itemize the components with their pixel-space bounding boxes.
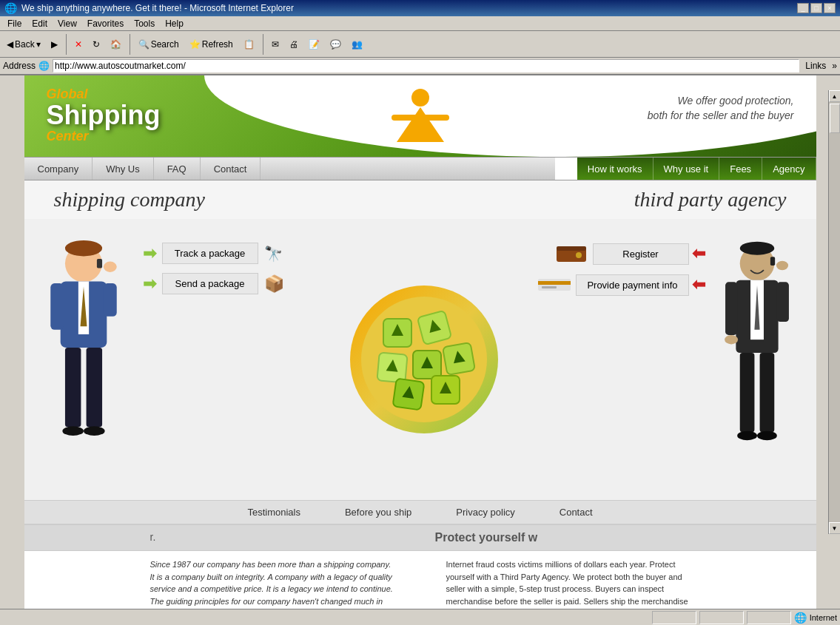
nav-how-it-works[interactable]: How it works [577, 158, 653, 180]
send-package-button[interactable]: Send a package [162, 273, 258, 294]
tagline-line2: both for the seller and the buyer [648, 109, 794, 124]
search-button[interactable]: 🔍 Search [135, 37, 183, 52]
history-button[interactable]: 📋 [240, 37, 258, 52]
address-bar: Address 🌐 http://www.autoscoutmarket.com… [0, 58, 840, 75]
svg-point-47 [576, 252, 582, 258]
zone-label: Internet [810, 613, 837, 622]
menu-bar: File Edit View Favorites Tools Help [0, 16, 840, 31]
menu-file[interactable]: File [3, 18, 26, 29]
svg-rect-49 [538, 281, 571, 285]
header-tagline: We offer good protection, both for the s… [648, 94, 794, 123]
msn-button[interactable]: 👥 [348, 37, 366, 52]
favorites-button[interactable]: ⭐ Refresh [186, 37, 237, 52]
payment-button[interactable]: Provide payment info [576, 274, 688, 296]
nav-agency[interactable]: Agency [762, 158, 816, 180]
messenger-icon: 💬 [330, 39, 341, 50]
register-btn-row: Register ⬅ [505, 243, 705, 265]
register-button[interactable]: Register [593, 243, 689, 265]
protect-text: Protect yourself w [420, 525, 816, 550]
svg-marker-1 [397, 107, 444, 142]
address-value: http://www.autoscoutmarket.com/ [55, 61, 186, 71]
testimonials-link[interactable]: Testimonials [247, 507, 300, 518]
track-arrow-icon: ➡ [143, 244, 156, 263]
nav-right: How it works Why use it Fees Agency [577, 158, 816, 180]
nav-why-use-it[interactable]: Why use it [653, 158, 720, 180]
ie-icon: 🌐 [794, 612, 807, 624]
scroll-down-button[interactable]: ▼ [829, 522, 841, 534]
back-dropdown-icon: ▾ [36, 39, 41, 50]
search-icon: 🔍 [138, 39, 149, 50]
track-package-btn-row: ➡ Track a package 🔭 [143, 243, 343, 264]
favorites-label: Refresh [202, 39, 233, 50]
links-button[interactable]: Links [802, 61, 829, 71]
scroll-thumb[interactable] [830, 104, 840, 133]
toolbar-divider-3 [263, 34, 263, 55]
site-logo: Global Shipping Center [47, 87, 161, 144]
msn-icon: 👥 [352, 39, 363, 50]
privacy-link[interactable]: Privacy policy [456, 507, 514, 518]
scroll-track [829, 102, 840, 522]
refresh-button[interactable]: ↻ [89, 37, 104, 52]
status-right: 🌐 Internet [652, 611, 837, 624]
back-icon: ◀ [7, 39, 13, 50]
title-bar: 🌐 We ship anything anywhere. Get it ther… [0, 0, 840, 16]
address-label: Address [3, 61, 36, 71]
nav-why-us[interactable]: Why Us [93, 158, 154, 180]
wallet-icon [553, 243, 590, 265]
back-button[interactable]: ◀ Back ▾ [3, 37, 44, 52]
maximize-button[interactable]: □ [810, 3, 822, 13]
payment-arrow-icon: ⬅ [692, 275, 705, 294]
star-icon: ⭐ [189, 39, 201, 50]
before-ship-link[interactable]: Before you ship [345, 507, 411, 518]
nav-fees[interactable]: Fees [719, 158, 762, 180]
track-package-button[interactable]: Track a package [162, 243, 258, 264]
links-chevron-icon: » [832, 61, 837, 71]
scrollbar[interactable]: ▲ ▼ [828, 90, 840, 534]
scroll-up-button[interactable]: ▲ [829, 90, 841, 102]
messenger-button[interactable]: 💬 [326, 37, 345, 52]
menu-favorites[interactable]: Favorites [83, 18, 128, 29]
nav-left: Company Why Us FAQ Contact [24, 158, 555, 180]
nav-company[interactable]: Company [24, 158, 93, 180]
contact-link[interactable]: Contact [560, 507, 593, 518]
history-icon: 📋 [243, 39, 255, 50]
back-label: Back [15, 39, 35, 50]
logo-center-row: Center [47, 129, 161, 144]
menu-edit[interactable]: Edit [27, 18, 52, 29]
register-arrow-icon: ⬅ [692, 244, 705, 263]
stop-button[interactable]: ✕ [71, 37, 86, 52]
nav-separator [555, 158, 577, 180]
address-icon: 🌐 [38, 61, 50, 71]
forward-icon: ▶ [51, 39, 58, 50]
edit-icon: 📝 [309, 39, 320, 50]
nav-faq[interactable]: FAQ [154, 158, 201, 180]
status-panel-3 [747, 611, 791, 624]
home-button[interactable]: 🏠 [107, 37, 125, 52]
edit-button[interactable]: 📝 [305, 37, 323, 52]
internet-zone: 🌐 Internet [794, 611, 837, 624]
site-header: Global Shipping Center We offer good pro… [24, 75, 816, 157]
banner-row: shipping company third party agency [24, 180, 816, 219]
logo-shipping-text: Shipping [47, 100, 161, 130]
mail-icon: ✉ [272, 39, 279, 50]
address-input[interactable]: http://www.autoscoutmarket.com/ [53, 59, 799, 72]
menu-view[interactable]: View [53, 18, 81, 29]
grey-band: r. Protect yourself w [24, 524, 816, 551]
print-button[interactable]: 🖨 [286, 37, 302, 52]
close-button[interactable]: × [824, 3, 836, 13]
website-content: Global Shipping Center We offer good pro… [24, 75, 816, 625]
menu-tools[interactable]: Tools [130, 18, 159, 29]
home-icon: 🏠 [110, 39, 121, 50]
payment-card-icon [536, 274, 573, 296]
minimize-button[interactable]: _ [797, 3, 809, 13]
search-label: Search [151, 39, 179, 50]
payment-btn-row: Provide payment info ⬅ [505, 274, 705, 296]
window-controls[interactable]: _ □ × [797, 3, 836, 13]
svg-rect-46 [557, 246, 586, 251]
toolbar: ◀ Back ▾ ▶ ✕ ↻ 🏠 🔍 Search ⭐ Refresh 📋 ✉ … [0, 31, 840, 58]
mail-button[interactable]: ✉ [268, 37, 283, 52]
content-center [350, 219, 498, 500]
nav-contact[interactable]: Contact [201, 158, 261, 180]
menu-help[interactable]: Help [161, 18, 188, 29]
forward-button[interactable]: ▶ [47, 37, 61, 52]
